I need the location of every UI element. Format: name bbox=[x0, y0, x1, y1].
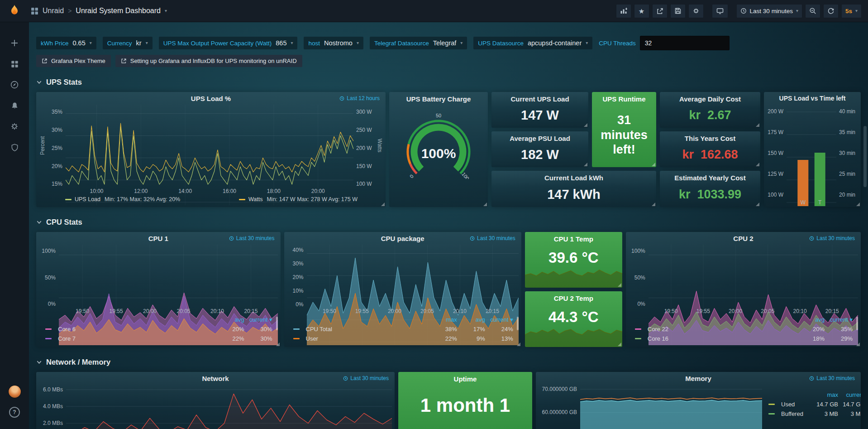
panel-time-override[interactable]: Last 30 minutes bbox=[809, 375, 855, 381]
legend-column-current[interactable]: current ▾ bbox=[825, 316, 853, 323]
variable-value[interactable]: apcupsd-container bbox=[528, 39, 582, 47]
variable-kwh-price[interactable]: kWh Price 0.65 ▾ bbox=[36, 37, 96, 49]
star-button[interactable]: ★ bbox=[634, 4, 649, 18]
variable-value[interactable]: Telegraf bbox=[433, 39, 457, 47]
sidebar-create-button[interactable] bbox=[0, 33, 29, 53]
sidebar-dashboards-button[interactable] bbox=[0, 53, 29, 74]
panel-resize-handle[interactable] bbox=[618, 342, 621, 346]
refresh-interval-button[interactable]: 5s ▾ bbox=[841, 4, 862, 18]
panel-resize-handle[interactable] bbox=[856, 202, 860, 206]
time-range-button[interactable]: Last 30 minutes ▾ bbox=[736, 4, 802, 18]
variable-ups-max-output[interactable]: UPS Max Output Power Capacity (Watt) 865… bbox=[159, 37, 298, 49]
panel-resize-handle[interactable] bbox=[276, 342, 280, 346]
sidebar-explore-button[interactable] bbox=[0, 74, 29, 95]
panel-title[interactable]: Uptime bbox=[398, 372, 532, 383]
link-ups-monitoring-guide[interactable]: Setting up Grafana and InfluxDB for UPS … bbox=[115, 55, 302, 67]
legend-series-name-cell[interactable]: Core 6 bbox=[45, 326, 216, 333]
legend-item[interactable]: Core 722%30% bbox=[45, 334, 272, 343]
breadcrumb-app[interactable]: Unraid bbox=[43, 7, 64, 15]
panel-title[interactable]: Estimated Yearly Cost bbox=[660, 171, 760, 182]
cycle-view-button[interactable] bbox=[712, 4, 728, 18]
sidebar-configuration-button[interactable] bbox=[0, 116, 29, 137]
cpu-threads-input[interactable] bbox=[640, 36, 730, 50]
legend-item[interactable]: Core 620%30% bbox=[45, 324, 272, 334]
variable-value[interactable]: 0.65 bbox=[73, 39, 86, 47]
panel-title[interactable]: Current Load kWh bbox=[491, 171, 656, 182]
panel-title[interactable]: CPU 1 Temp bbox=[525, 232, 622, 243]
legend-series-name-cell[interactable]: Core 7 bbox=[45, 335, 216, 342]
legend-column-avg[interactable]: avg bbox=[457, 316, 485, 323]
legend-scrollbar-thumb[interactable] bbox=[856, 317, 858, 330]
panel-title[interactable]: UPS Load % bbox=[39, 95, 383, 102]
user-avatar[interactable] bbox=[0, 381, 29, 402]
panel-resize-handle[interactable] bbox=[618, 283, 621, 287]
legend-column-max[interactable]: max bbox=[812, 391, 838, 398]
panel-title[interactable]: Network bbox=[39, 375, 392, 382]
panel-resize-handle[interactable] bbox=[652, 202, 655, 206]
legend-series-name-cell[interactable]: Core 22 bbox=[635, 326, 796, 333]
sidebar-server-admin-button[interactable] bbox=[0, 137, 29, 158]
legend-item[interactable]: User22%9%13% bbox=[293, 334, 513, 343]
variable-ups-datasource[interactable]: UPS Datasource apcupsd-container ▾ bbox=[473, 37, 592, 49]
panel-resize-handle[interactable] bbox=[652, 163, 655, 166]
dashboard-settings-button[interactable] bbox=[688, 4, 704, 18]
breadcrumb-dashboard-title[interactable]: Unraid System Dashboard bbox=[76, 7, 161, 15]
save-button[interactable] bbox=[670, 4, 686, 18]
panel-resize-handle[interactable] bbox=[756, 163, 759, 166]
legend-series-name-cell[interactable]: Buffered bbox=[768, 410, 812, 417]
panel-title[interactable]: This Years Cost bbox=[660, 131, 760, 142]
legend-column-current[interactable]: current ▾ bbox=[244, 316, 272, 323]
panel-resize-handle[interactable] bbox=[584, 123, 587, 127]
panel-title[interactable]: CPU 2 Temp bbox=[525, 291, 622, 302]
legend-scrollbar-thumb[interactable] bbox=[517, 317, 519, 330]
legend-item[interactable]: Buffered3 MB3 MB bbox=[768, 409, 861, 419]
legend-series-name-cell[interactable]: CPU Total bbox=[293, 326, 429, 333]
variable-telegraf-datasource[interactable]: Telegraf Datasource Telegraf ▾ bbox=[370, 37, 467, 49]
legend-series-name-cell[interactable]: Used bbox=[768, 401, 812, 408]
panel-title[interactable]: Average PSU Load bbox=[491, 131, 588, 142]
panel-time-override[interactable]: Last 12 hours bbox=[339, 95, 380, 101]
panel-title[interactable]: UPS Load vs Time left bbox=[766, 95, 859, 102]
panel-time-override[interactable]: Last 30 minutes bbox=[229, 235, 275, 241]
panel-title[interactable]: UPS Runtime bbox=[592, 92, 656, 103]
panel-resize-handle[interactable] bbox=[483, 202, 487, 206]
legend-series-name-cell[interactable]: Core 16 bbox=[635, 335, 796, 342]
section-header-cpu-stats[interactable]: CPU Stats bbox=[36, 218, 861, 227]
panel-resize-handle[interactable] bbox=[856, 342, 860, 346]
legend-column-current[interactable]: current ▾ bbox=[485, 316, 513, 323]
zoom-out-button[interactable] bbox=[805, 4, 820, 18]
grafana-logo[interactable] bbox=[0, 0, 29, 22]
variable-value[interactable]: Nostromo bbox=[324, 39, 353, 47]
variable-host[interactable]: host Nostromo ▾ bbox=[304, 37, 363, 49]
variable-value[interactable]: kr bbox=[136, 39, 142, 47]
legend-series-name-cell[interactable]: User bbox=[293, 335, 429, 342]
panel-resize-handle[interactable] bbox=[756, 202, 759, 206]
panel-title[interactable]: UPS Battery Charge bbox=[389, 92, 488, 103]
section-header-network-memory[interactable]: Network / Memory bbox=[36, 358, 861, 366]
panel-resize-handle[interactable] bbox=[756, 123, 759, 127]
panel-resize-handle[interactable] bbox=[381, 202, 385, 206]
panel-title[interactable]: Current UPS Load bbox=[491, 92, 588, 103]
legend-item[interactable]: Used14.7 GB14.7 GB bbox=[768, 400, 861, 409]
panel-resize-handle[interactable] bbox=[517, 342, 520, 346]
help-button[interactable]: ? bbox=[0, 402, 29, 423]
legend-item[interactable]: Core 2220%35% bbox=[635, 324, 853, 334]
panel-time-override[interactable]: Last 30 minutes bbox=[343, 375, 389, 381]
panel-time-override[interactable]: Last 30 minutes bbox=[470, 235, 515, 241]
share-button[interactable] bbox=[652, 4, 668, 18]
legend-item[interactable]: CPU Total38%17%24% bbox=[293, 324, 513, 334]
section-header-ups-stats[interactable]: UPS Stats bbox=[36, 78, 861, 87]
variable-currency[interactable]: Currency kr ▾ bbox=[103, 37, 153, 49]
page-scrollbar-thumb[interactable] bbox=[863, 126, 867, 187]
add-panel-button[interactable] bbox=[616, 4, 631, 18]
legend-column-current[interactable]: current bbox=[838, 391, 861, 398]
sidebar-alerting-button[interactable] bbox=[0, 95, 29, 116]
panel-title[interactable]: Average Daily Cost bbox=[660, 92, 760, 103]
legend-item[interactable]: Core 1618%29% bbox=[635, 334, 853, 343]
legend-column-max[interactable]: max bbox=[429, 316, 457, 323]
panel-time-override[interactable]: Last 30 minutes bbox=[809, 235, 855, 241]
variable-value[interactable]: 865 bbox=[276, 39, 286, 47]
panel-resize-handle[interactable] bbox=[584, 163, 587, 166]
refresh-button[interactable] bbox=[823, 4, 839, 18]
legend-column-avg[interactable]: avg bbox=[216, 316, 244, 323]
